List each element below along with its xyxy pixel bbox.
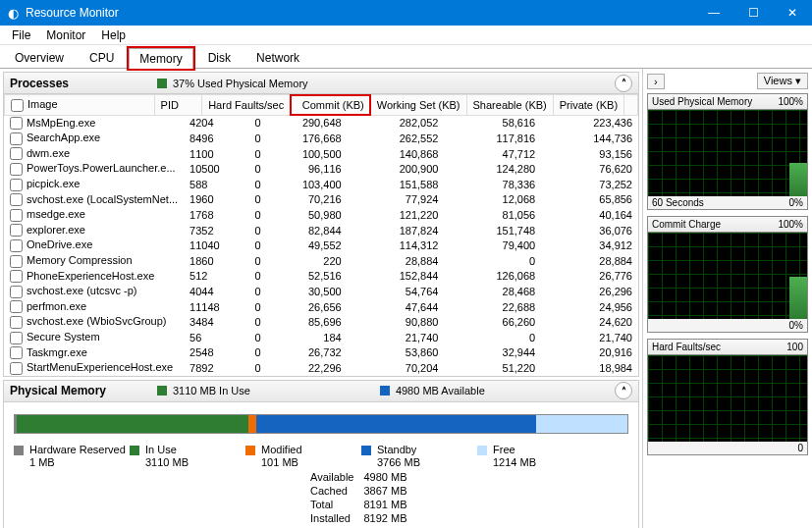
graph-commit-charge: Commit Charge100%0% (647, 216, 808, 333)
row-checkbox[interactable] (10, 209, 23, 222)
tab-overview[interactable]: Overview (4, 47, 75, 68)
side-collapse-button[interactable]: › (647, 74, 665, 89)
col-hardfaults[interactable]: Hard Faults/sec (202, 95, 291, 116)
processes-header[interactable]: Processes 37% Used Physical Memory ˄ (4, 73, 638, 94)
row-checkbox[interactable] (10, 300, 23, 313)
titlebar: ◐ Resource Monitor — ☐ ✕ (0, 0, 812, 26)
row-checkbox[interactable] (10, 179, 23, 191)
row-checkbox[interactable] (10, 132, 23, 145)
graph-title: Hard Faults/sec (652, 342, 721, 352)
maximize-button[interactable]: ☐ (733, 0, 773, 26)
row-checkbox[interactable] (10, 286, 23, 298)
physical-memory-title: Physical Memory (10, 384, 157, 397)
table-row[interactable]: picpick.exe5880103,400151,58878,33673,25… (4, 177, 638, 192)
col-working[interactable]: Working Set (KB) (370, 95, 466, 116)
row-checkbox[interactable] (10, 147, 23, 160)
graph-canvas (648, 110, 807, 196)
tab-memory[interactable]: Memory (129, 48, 192, 69)
tab-disk[interactable]: Disk (197, 47, 242, 68)
memory-bar (14, 414, 628, 434)
row-checkbox[interactable] (10, 193, 23, 206)
tab-network[interactable]: Network (245, 47, 310, 68)
processes-status: 37% Used Physical Memory (173, 78, 308, 89)
tab-cpu[interactable]: CPU (79, 47, 125, 68)
table-row[interactable]: OneDrive.exe11040049,552114,31279,40034,… (4, 238, 638, 253)
collapse-icon[interactable]: ˄ (615, 382, 632, 399)
graph-xlabel: 60 Seconds (652, 197, 704, 208)
processes-table-scroll[interactable]: MsMpEng.exe42040290,648282,05258,616223,… (4, 116, 638, 376)
graph-canvas (648, 233, 807, 319)
menu-help[interactable]: Help (93, 26, 134, 44)
table-row[interactable]: svchost.exe (utcsvc -p)4044030,50054,764… (4, 284, 638, 299)
row-checkbox[interactable] (10, 316, 23, 329)
memory-summary: Available4980 MB Cached3867 MB Total8191… (308, 469, 416, 526)
table-row[interactable]: Secure System56018421,740021,740 (4, 330, 638, 345)
graph-title: Commit Charge (652, 219, 721, 230)
row-checkbox[interactable] (10, 117, 23, 130)
graph-min: 0% (789, 197, 803, 208)
in-use-led-icon (157, 386, 167, 396)
select-all-checkbox[interactable] (11, 99, 24, 112)
membar-modified (248, 415, 256, 433)
col-shareable[interactable]: Shareable (KB) (466, 95, 553, 116)
row-checkbox[interactable] (10, 332, 23, 344)
processes-panel: Processes 37% Used Physical Memory ˄ Ima… (3, 72, 639, 377)
table-row[interactable]: svchost.exe (LocalSystemNet...1960070,21… (4, 192, 638, 208)
table-row[interactable]: MsMpEng.exe42040290,648282,05258,616223,… (4, 116, 638, 132)
table-row[interactable]: dwm.exe11000100,500140,86847,71293,156 (4, 146, 638, 162)
swatch-hw (14, 446, 24, 455)
table-row[interactable]: Taskmgr.exe2548026,73253,86032,94420,916 (4, 345, 638, 361)
available-text: 4980 MB Available (396, 385, 485, 396)
processes-title: Processes (10, 77, 157, 90)
swatch-standby (361, 446, 371, 455)
collapse-icon[interactable]: ˄ (615, 75, 632, 92)
membar-standby (256, 415, 536, 433)
graph-min: 0 (797, 443, 803, 453)
swatch-free (477, 446, 487, 455)
row-checkbox[interactable] (10, 346, 23, 359)
col-scroll-spacer (624, 95, 638, 116)
col-image[interactable]: Image (5, 95, 155, 116)
menubar: File Monitor Help (0, 26, 812, 45)
graph-min: 0% (789, 320, 803, 331)
menu-file[interactable]: File (4, 26, 38, 44)
col-private[interactable]: Private (KB) (553, 95, 623, 116)
close-button[interactable]: ✕ (773, 0, 812, 26)
row-checkbox[interactable] (10, 255, 23, 268)
graph-max: 100 (786, 342, 803, 352)
processes-column-headers: Image PID Hard Faults/sec Commit (KB) Wo… (4, 94, 638, 116)
membar-inuse (17, 415, 248, 433)
row-checkbox[interactable] (10, 362, 23, 375)
graph-max: 100% (778, 96, 803, 107)
menu-monitor[interactable]: Monitor (38, 26, 93, 44)
table-row[interactable]: perfmon.exe11148026,65647,64422,68824,95… (4, 299, 638, 315)
table-row[interactable]: msedge.exe1768050,980121,22081,05640,164 (4, 207, 638, 223)
col-pid[interactable]: PID (154, 95, 202, 116)
table-row[interactable]: Memory Compression1860022028,884028,884 (4, 253, 638, 269)
side-panel: › Views ▾ Used Physical Memory100%60 Sec… (642, 69, 812, 528)
minimize-button[interactable]: — (694, 0, 733, 26)
graph-used-physical-memory: Used Physical Memory100%60 Seconds0% (647, 93, 808, 210)
in-use-text: 3110 MB In Use (173, 385, 250, 396)
graph-current-bar (789, 277, 807, 319)
table-row[interactable]: PhoneExperienceHost.exe512052,516152,844… (4, 269, 638, 285)
table-row[interactable]: explorer.exe7352082,844187,824151,74836,… (4, 223, 638, 238)
row-checkbox[interactable] (10, 163, 23, 176)
memory-legend: Hardware Reserved1 MB In Use3110 MB Modi… (14, 444, 593, 469)
graph-title: Used Physical Memory (652, 96, 752, 107)
table-row[interactable]: svchost.exe (WbioSvcGroup)3484085,69690,… (4, 314, 638, 330)
window-title: Resource Monitor (26, 6, 694, 20)
table-row[interactable]: PowerToys.PowerLauncher.e...10500096,116… (4, 161, 638, 177)
physical-memory-panel: Physical Memory 3110 MB In Use 4980 MB A… (3, 380, 639, 528)
row-checkbox[interactable] (10, 239, 23, 252)
views-button[interactable]: Views ▾ (757, 73, 808, 89)
col-commit[interactable]: Commit (KB) (291, 95, 371, 116)
table-row[interactable]: StartMenuExperienceHost.exe7892022,29670… (4, 360, 638, 376)
graph-hard-faults-sec: Hard Faults/sec1000 (647, 339, 808, 455)
table-row[interactable]: SearchApp.exe84960176,668262,552117,8161… (4, 131, 638, 146)
physical-memory-header[interactable]: Physical Memory 3110 MB In Use 4980 MB A… (4, 381, 638, 402)
processes-table: MsMpEng.exe42040290,648282,05258,616223,… (4, 116, 638, 376)
row-checkbox[interactable] (10, 270, 23, 283)
swatch-modified (245, 446, 255, 455)
row-checkbox[interactable] (10, 224, 23, 237)
